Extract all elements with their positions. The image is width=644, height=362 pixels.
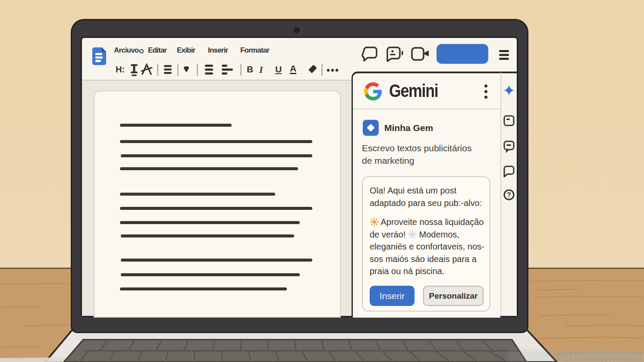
svg-text:?: ?: [507, 191, 511, 199]
